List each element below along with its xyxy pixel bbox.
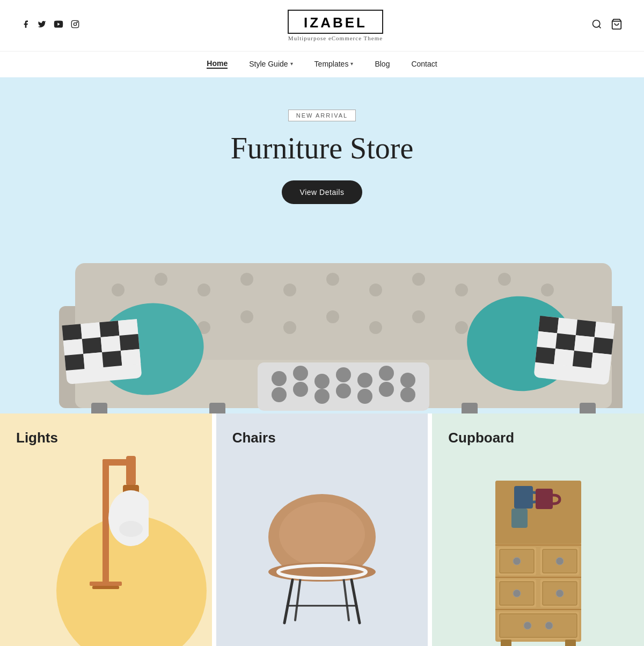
svg-rect-85 <box>90 582 122 586</box>
svg-line-4 <box>599 26 601 28</box>
twitter-icon[interactable] <box>38 20 46 31</box>
cart-icon[interactable] <box>611 18 623 33</box>
svg-point-115 <box>556 590 564 597</box>
svg-point-59 <box>293 382 308 397</box>
svg-point-10 <box>155 273 167 286</box>
cupboard-title: Cupboard <box>448 430 628 446</box>
svg-rect-70 <box>595 322 615 339</box>
svg-rect-35 <box>580 403 596 413</box>
svg-point-52 <box>293 366 308 381</box>
svg-rect-42 <box>63 339 83 355</box>
logo-subtitle: Multipurpose eCommerce Theme <box>288 35 383 41</box>
svg-rect-81 <box>126 456 136 485</box>
svg-rect-75 <box>535 346 555 364</box>
svg-line-91 <box>352 580 360 623</box>
svg-rect-39 <box>80 322 100 339</box>
main-nav: Home Style Guide ▾ Templates ▾ Blog Cont… <box>0 51 644 77</box>
svg-rect-0 <box>71 21 78 28</box>
social-icons <box>21 20 79 31</box>
svg-point-24 <box>283 321 296 334</box>
svg-rect-47 <box>83 352 103 369</box>
svg-point-60 <box>314 389 330 404</box>
sofa-image <box>21 231 623 413</box>
instagram-icon[interactable] <box>71 20 79 31</box>
svg-point-51 <box>272 371 287 386</box>
nav-contact[interactable]: Contact <box>411 59 437 69</box>
chevron-down-icon: ▾ <box>290 61 293 67</box>
svg-point-27 <box>412 310 425 323</box>
nav-home[interactable]: Home <box>207 59 228 69</box>
svg-point-26 <box>369 321 382 334</box>
svg-rect-76 <box>554 349 574 366</box>
view-details-button[interactable]: View Details <box>282 180 363 204</box>
category-section: Lights Chairs <box>0 413 644 646</box>
lights-card[interactable]: Lights <box>0 413 212 646</box>
svg-rect-74 <box>593 337 613 354</box>
cupboard-image <box>448 446 628 646</box>
svg-point-58 <box>272 387 287 402</box>
svg-point-3 <box>592 20 599 27</box>
svg-rect-77 <box>573 351 593 368</box>
facebook-icon[interactable] <box>21 20 30 31</box>
nav-style-guide[interactable]: Style Guide ▾ <box>249 59 292 69</box>
svg-rect-121 <box>565 640 576 646</box>
svg-point-54 <box>336 367 351 382</box>
svg-point-53 <box>314 374 330 389</box>
lights-title: Lights <box>16 430 196 446</box>
svg-line-93 <box>343 577 349 620</box>
logo: IZABEL Multipurpose eCommerce Theme <box>288 10 383 41</box>
youtube-icon[interactable] <box>54 20 63 30</box>
svg-point-109 <box>556 557 564 565</box>
svg-rect-38 <box>62 324 82 340</box>
svg-point-13 <box>283 284 296 296</box>
svg-rect-73 <box>574 335 595 352</box>
svg-line-90 <box>284 580 292 623</box>
svg-rect-101 <box>514 486 533 509</box>
svg-point-88 <box>279 502 365 567</box>
nav-blog[interactable]: Blog <box>375 59 390 69</box>
top-bar: IZABEL Multipurpose eCommerce Theme <box>0 0 644 51</box>
nav-templates[interactable]: Templates ▾ <box>314 59 354 69</box>
svg-rect-79 <box>103 459 109 583</box>
svg-rect-48 <box>102 351 122 367</box>
header-icons <box>591 18 623 33</box>
search-icon[interactable] <box>591 19 602 32</box>
cupboard-card[interactable]: Cupboard <box>432 413 644 646</box>
svg-point-2 <box>77 22 77 23</box>
svg-rect-69 <box>576 320 596 337</box>
svg-point-18 <box>498 273 511 286</box>
svg-point-14 <box>326 273 339 286</box>
svg-point-12 <box>240 273 253 286</box>
svg-point-112 <box>513 590 521 597</box>
svg-rect-67 <box>538 316 559 333</box>
svg-rect-44 <box>101 336 121 352</box>
svg-point-9 <box>112 284 125 296</box>
svg-rect-41 <box>118 319 138 336</box>
svg-point-61 <box>336 383 351 398</box>
svg-rect-120 <box>501 640 511 646</box>
svg-point-17 <box>455 284 468 296</box>
svg-point-84 <box>119 521 143 537</box>
svg-point-63 <box>379 382 394 397</box>
svg-point-62 <box>357 389 372 404</box>
chairs-card[interactable]: Chairs <box>212 413 433 646</box>
svg-point-19 <box>541 284 554 296</box>
svg-rect-40 <box>99 321 119 337</box>
svg-rect-103 <box>511 509 528 528</box>
svg-rect-71 <box>537 331 557 348</box>
chairs-title: Chairs <box>232 430 412 446</box>
svg-rect-34 <box>462 403 478 413</box>
svg-point-57 <box>400 373 415 388</box>
svg-point-23 <box>240 310 253 323</box>
svg-rect-86 <box>92 586 119 589</box>
svg-line-92 <box>295 577 301 620</box>
svg-rect-46 <box>64 354 84 371</box>
hero-title: Furniture Store <box>21 131 623 165</box>
svg-point-15 <box>369 284 382 296</box>
svg-point-83 <box>108 490 149 546</box>
svg-rect-78 <box>591 352 612 369</box>
svg-rect-49 <box>121 349 141 365</box>
svg-point-16 <box>412 273 425 286</box>
logo-title[interactable]: IZABEL <box>288 10 383 34</box>
svg-rect-68 <box>557 317 577 335</box>
